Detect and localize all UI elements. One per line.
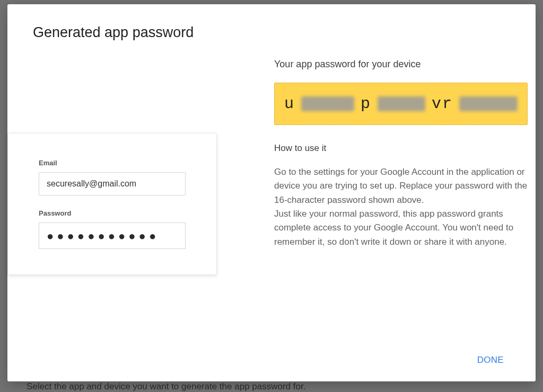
email-label: Email (39, 159, 186, 167)
email-field (39, 172, 186, 195)
app-password-modal: Generated app password Email Password ●●… (7, 4, 536, 381)
password-fragment-b: p (361, 95, 371, 113)
modal-columns: Email Password ●●●●●●●●●●● Your app pass… (33, 59, 510, 275)
password-label: Password (39, 209, 186, 217)
login-preview-card: Email Password ●●●●●●●●●●● (7, 133, 217, 275)
password-redacted-block (301, 96, 354, 111)
password-redacted-block (459, 96, 518, 111)
howto-heading: How to use it (274, 143, 528, 154)
login-preview-column: Email Password ●●●●●●●●●●● (7, 59, 217, 275)
generated-password-box[interactable]: u p vr (274, 83, 528, 125)
password-fragment-c: vr (432, 95, 453, 113)
instructions-column: Your app password for your device u p vr… (274, 59, 531, 275)
email-field-group: Email (39, 159, 186, 195)
modal-button-row: DONE (471, 351, 510, 370)
background-hint-text: Select the app and device you want to ge… (27, 381, 305, 392)
password-redacted-block (378, 96, 425, 111)
password-field: ●●●●●●●●●●● (39, 222, 186, 249)
modal-title: Generated app password (33, 24, 510, 41)
done-button[interactable]: DONE (471, 351, 510, 370)
password-field-group: Password ●●●●●●●●●●● (39, 209, 186, 249)
app-password-heading: Your app password for your device (274, 59, 528, 70)
howto-body: Go to the settings for your Google Accou… (274, 165, 528, 249)
password-fragment-a: u (284, 95, 295, 113)
